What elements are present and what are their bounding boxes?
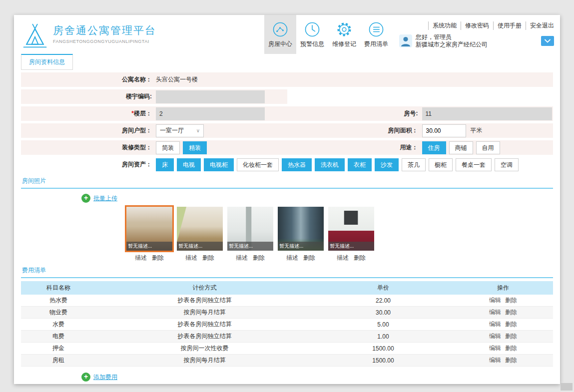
usage-option[interactable]: 商铺 (449, 141, 473, 154)
asset-option[interactable]: 电视柜 (204, 158, 234, 171)
photo-desc-link[interactable]: 描述 (337, 254, 349, 262)
fee-delete-link[interactable]: 删除 (505, 332, 517, 341)
photo-delete-link[interactable]: 删除 (354, 254, 366, 262)
nav-label: 费用清单 (364, 40, 388, 48)
asset-option[interactable]: 橱柜 (429, 158, 453, 171)
usage-option[interactable]: 自用 (476, 141, 500, 154)
fee-method: 按房间每月结算 (96, 356, 313, 365)
photo-desc-link[interactable]: 描述 (135, 254, 147, 262)
photo-caption: 暂无描述... (227, 242, 273, 251)
fee-edit-link[interactable]: 编辑 (489, 344, 501, 353)
app-title: 房舍通公寓管理平台 (53, 23, 156, 37)
photo-delete-link[interactable]: 删除 (202, 254, 214, 262)
usage-option[interactable]: 住房 (422, 141, 446, 154)
decoration-options: 简装精装 (156, 141, 210, 154)
usage-label: 用途： (287, 143, 422, 152)
fee-name: 热水费 (21, 296, 96, 305)
asset-option[interactable]: 空调 (495, 158, 519, 171)
photo-thumbnail-4[interactable]: 暂无描述... (278, 207, 324, 251)
asset-option[interactable]: 衣柜 (348, 158, 372, 171)
photo-delete-link[interactable]: 删除 (253, 254, 265, 262)
decoration-option[interactable]: 简装 (156, 141, 180, 154)
form-row-decoration-usage: 装修类型： 简装精装 用途： 住房商铺自用 (21, 140, 553, 155)
fee-row: 热水费 抄表各房间独立结算 22.00 编辑 删除 (21, 295, 553, 307)
photo-thumbnail-5[interactable]: 暂无描述... (328, 207, 374, 251)
fee-method: 抄表各房间独立结算 (96, 332, 313, 341)
asset-option[interactable]: 电视 (177, 158, 201, 171)
asset-option[interactable]: 床 (156, 158, 174, 171)
fee-edit-link[interactable]: 编辑 (489, 296, 501, 305)
asset-option[interactable]: 茶几 (402, 158, 426, 171)
nav-item-house-center[interactable]: 房屋中心 (264, 15, 296, 54)
chevron-down-icon: ∨ (196, 128, 200, 133)
photo-row: 暂无描述... 描述 删除 暂无描述... 描述 删除 暂无描述... (126, 207, 553, 262)
asset-option[interactable]: 化妆柜一套 (237, 158, 279, 171)
fee-name: 房租 (21, 356, 96, 365)
fee-edit-link[interactable]: 编辑 (489, 308, 501, 317)
fee-row: 水费 抄表各房间独立结算 5.00 编辑 删除 (21, 319, 553, 331)
fee-col-name: 科目名称 (21, 284, 96, 292)
list-icon (367, 20, 385, 38)
fee-edit-link[interactable]: 编辑 (489, 320, 501, 329)
photo-delete-link[interactable]: 删除 (152, 254, 164, 262)
clock-icon (303, 20, 321, 38)
photo-desc-link[interactable]: 描述 (185, 254, 197, 262)
user-text: 您好，管理员 新疆城市之家房产经纪公司 (416, 33, 488, 48)
chevron-down-button[interactable] (541, 36, 554, 46)
photo-item: 暂无描述... 描述 删除 (227, 207, 273, 262)
batch-upload-button[interactable]: + 批量上传 (81, 194, 117, 203)
top-link[interactable]: 系统功能 (428, 21, 457, 30)
nav-item-repair-register[interactable]: 维修登记 (328, 15, 360, 54)
fee-delete-link[interactable]: 删除 (505, 320, 517, 329)
photo-thumbnail-1[interactable]: 暂无描述... (126, 207, 172, 251)
fee-table: 科目名称 计价方式 单价 操作 热水费 抄表各房间独立结算 22.00 编辑 删… (21, 281, 553, 367)
plus-icon: + (81, 194, 90, 203)
decoration-option[interactable]: 精装 (183, 141, 207, 154)
asset-option[interactable]: 餐桌一套 (456, 158, 492, 171)
fee-col-method: 计价方式 (96, 284, 313, 292)
fee-delete-link[interactable]: 删除 (505, 356, 517, 365)
fee-col-price: 单价 (313, 284, 453, 292)
form-row-spacer (287, 89, 554, 104)
photo-thumbnail-3[interactable]: 暂无描述... (227, 207, 273, 251)
top-link[interactable]: 安全退出 (526, 21, 554, 30)
fee-table-body: 热水费 抄表各房间独立结算 22.00 编辑 删除 物业费 按房间每月结算 30… (21, 295, 553, 367)
section-room-photos: 房间照片 (21, 174, 553, 189)
nav-label: 预警信息 (300, 40, 324, 48)
top-link[interactable]: 使用手册 (493, 21, 522, 30)
photo-delete-link[interactable]: 删除 (303, 254, 315, 262)
room-type-select[interactable]: 一室一厅 ∨ (156, 124, 204, 137)
asset-option[interactable]: 热水器 (282, 158, 312, 171)
building-code-input[interactable] (156, 90, 265, 103)
asset-option[interactable]: 洗衣机 (315, 158, 345, 171)
fee-delete-link[interactable]: 删除 (505, 296, 517, 305)
fee-delete-link[interactable]: 删除 (505, 308, 517, 317)
fee-edit-link[interactable]: 编辑 (489, 356, 501, 365)
top-links: 系统功能修改密码使用手册安全退出 (399, 21, 554, 30)
floor-input[interactable] (156, 107, 265, 120)
main-window: 房舍通公寓管理平台 FANGSHETONGGONGYUGUANLIPINGTAI… (14, 15, 560, 384)
photo-item: 暂无描述... 描述 删除 (278, 207, 324, 262)
brand-text: 房舍通公寓管理平台 FANGSHETONGGONGYUGUANLIPINGTAI (53, 19, 156, 44)
floor-label: *楼层： (21, 109, 156, 118)
room-no-input[interactable] (422, 107, 553, 120)
fee-price: 1500.00 (313, 345, 453, 352)
top-link[interactable]: 修改密码 (461, 21, 489, 30)
photo-desc-link[interactable]: 描述 (236, 254, 248, 262)
photo-caption: 暂无描述... (278, 242, 324, 251)
asset-option[interactable]: 沙发 (375, 158, 399, 171)
nav-item-fee-list[interactable]: 费用清单 (360, 15, 392, 54)
fee-delete-link[interactable]: 删除 (505, 344, 517, 353)
nav-item-warning-info[interactable]: 预警信息 (296, 15, 328, 54)
area-input[interactable] (422, 124, 466, 137)
fee-edit-link[interactable]: 编辑 (489, 332, 501, 341)
chevron-down-icon (545, 39, 551, 43)
area-unit: 平米 (471, 126, 483, 135)
room-type-label: 房间户型： (21, 126, 156, 135)
tab-room-info[interactable]: 房间资料信息 (21, 54, 73, 70)
fee-price: 1.00 (313, 333, 453, 340)
photo-desc-link[interactable]: 描述 (286, 254, 298, 262)
user-company: 新疆城市之家房产经纪公司 (416, 41, 488, 48)
photo-thumbnail-2[interactable]: 暂无描述... (177, 207, 223, 251)
add-fee-button[interactable]: + 添加费用 (81, 373, 117, 382)
